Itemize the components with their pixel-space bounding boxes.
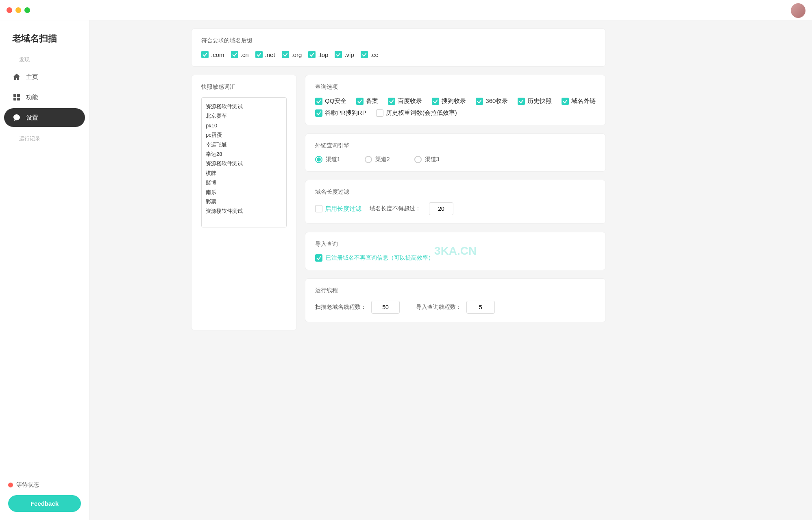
opt-qq[interactable]: QQ安全 xyxy=(315,97,346,105)
svg-rect-1 xyxy=(17,94,20,97)
channel3-label: 渠道3 xyxy=(425,156,440,163)
channel1-label: 渠道1 xyxy=(326,156,340,163)
threads-title: 运行线程 xyxy=(315,287,596,294)
opt-sogou-checkbox[interactable] xyxy=(432,98,439,105)
channel2-radio-circle[interactable] xyxy=(365,156,372,163)
suffix-net-label: .net xyxy=(265,51,275,58)
channel1-radio-inner xyxy=(317,157,321,162)
suffix-row: .com .cn .net .org xyxy=(201,51,596,58)
external-link-title: 外链查询引擎 xyxy=(315,142,596,149)
opt-snapshot-label: 历史快照 xyxy=(527,97,552,105)
threads-card: 运行线程 扫描老域名线程数： 导入查询线程数： xyxy=(305,278,606,322)
sidebar-item-features[interactable]: 功能 xyxy=(4,88,85,107)
feedback-button[interactable]: Feedback xyxy=(8,495,81,512)
maximize-button[interactable] xyxy=(24,7,30,13)
sidebar-item-home[interactable]: 主页 xyxy=(4,68,85,86)
sidebar: 老域名扫描 — 发现 主页 功能 设置 — 运行记录 等待状态 Feedback xyxy=(0,0,89,520)
suffix-cc-label: .cc xyxy=(370,51,378,58)
query-options-card: 查询选项 QQ安全 备案 百度收录 xyxy=(305,75,606,125)
channel3-radio[interactable]: 渠道3 xyxy=(414,156,440,163)
sidebar-item-home-label: 主页 xyxy=(26,73,38,81)
two-col-section: 快照敏感词汇 资源楼软件测试 北京赛车 pk10 pc蛋蛋 幸运飞艇 幸运28 … xyxy=(191,75,606,330)
suffix-top[interactable]: .top xyxy=(308,51,328,58)
query-options-row2: 谷歌PR搜狗RP 历史权重词数(会拉低效率) xyxy=(315,109,596,117)
right-col: 查询选项 QQ安全 备案 百度收录 xyxy=(305,75,606,330)
enable-length-filter-checkbox[interactable] xyxy=(315,205,322,212)
opt-extlink-checkbox[interactable] xyxy=(562,98,569,105)
suffix-cn[interactable]: .cn xyxy=(231,51,249,58)
import-thread-item: 导入查询线程数： xyxy=(416,301,495,314)
opt-history[interactable]: 历史权重词数(会拉低效率) xyxy=(376,109,457,117)
opt-snapshot-checkbox[interactable] xyxy=(518,98,525,105)
import-check-checkbox[interactable] xyxy=(315,254,322,262)
opt-360[interactable]: 360收录 xyxy=(476,97,508,105)
opt-extlink-label: 域名外链 xyxy=(571,97,596,105)
sensitive-card-title: 快照敏感词汇 xyxy=(201,83,287,91)
max-length-input[interactable] xyxy=(429,202,453,215)
channel2-radio[interactable]: 渠道2 xyxy=(365,156,390,163)
minimize-button[interactable] xyxy=(15,7,21,13)
suffix-net-checkbox[interactable] xyxy=(255,51,263,58)
suffix-org[interactable]: .org xyxy=(282,51,302,58)
opt-qq-label: QQ安全 xyxy=(325,97,346,105)
thread-row: 扫描老域名线程数： 导入查询线程数： xyxy=(315,301,596,314)
scan-thread-item: 扫描老域名线程数： xyxy=(315,301,400,314)
main-content: 符合要求的域名后缀 .com .cn .net xyxy=(89,0,618,520)
opt-sogou[interactable]: 搜狗收录 xyxy=(432,97,466,105)
opt-baidu-checkbox[interactable] xyxy=(388,98,395,105)
suffix-cc[interactable]: .cc xyxy=(361,51,378,58)
opt-google-label: 谷歌PR搜狗RP xyxy=(325,109,366,117)
opt-sogou-label: 搜狗收录 xyxy=(442,97,466,105)
sidebar-bottom: 等待状态 Feedback xyxy=(0,473,89,520)
avatar[interactable] xyxy=(791,3,805,18)
channel3-radio-circle[interactable] xyxy=(414,156,422,163)
opt-beian[interactable]: 备案 xyxy=(356,97,378,105)
sidebar-item-settings[interactable]: 设置 xyxy=(4,108,85,127)
scan-thread-label: 扫描老域名线程数： xyxy=(315,304,366,311)
opt-history-label: 历史权重词数(会拉低效率) xyxy=(386,109,457,117)
status-item: 等待状态 xyxy=(8,481,81,489)
opt-extlink[interactable]: 域名外链 xyxy=(562,97,596,105)
import-query-title: 导入查询 xyxy=(315,240,596,248)
opt-history-checkbox[interactable] xyxy=(376,109,383,117)
suffix-vip[interactable]: .vip xyxy=(335,51,354,58)
sensitive-card: 快照敏感词汇 资源楼软件测试 北京赛车 pk10 pc蛋蛋 幸运飞艇 幸运28 … xyxy=(191,75,297,330)
opt-snapshot[interactable]: 历史快照 xyxy=(518,97,552,105)
suffix-vip-checkbox[interactable] xyxy=(335,51,342,58)
grid-icon xyxy=(12,93,21,102)
opt-360-label: 360收录 xyxy=(485,97,508,105)
opt-qq-checkbox[interactable] xyxy=(315,98,322,105)
opt-google-checkbox[interactable] xyxy=(315,109,322,117)
import-thread-input[interactable] xyxy=(466,301,495,314)
query-options-title: 查询选项 xyxy=(315,83,596,91)
channel1-radio[interactable]: 渠道1 xyxy=(315,156,340,163)
suffix-com-checkbox[interactable] xyxy=(201,51,209,58)
opt-google[interactable]: 谷歌PR搜狗RP xyxy=(315,109,366,117)
svg-rect-2 xyxy=(13,98,16,101)
suffix-org-checkbox[interactable] xyxy=(282,51,289,58)
opt-baidu[interactable]: 百度收录 xyxy=(388,97,422,105)
suffix-com-label: .com xyxy=(211,51,224,58)
suffix-vip-label: .vip xyxy=(344,51,354,58)
close-button[interactable] xyxy=(7,7,12,13)
suffix-cn-label: .cn xyxy=(241,51,249,58)
status-dot xyxy=(8,483,13,487)
enable-length-filter-label: 启用长度过滤 xyxy=(325,205,361,213)
svg-rect-0 xyxy=(13,94,16,97)
suffix-cn-checkbox[interactable] xyxy=(231,51,238,58)
enable-length-filter[interactable]: 启用长度过滤 xyxy=(315,205,361,213)
sensitive-textarea[interactable]: 资源楼软件测试 北京赛车 pk10 pc蛋蛋 幸运飞艇 幸运28 资源楼软件测试… xyxy=(201,97,287,227)
scan-thread-input[interactable] xyxy=(371,301,400,314)
opt-beian-checkbox[interactable] xyxy=(356,98,364,105)
sidebar-item-settings-label: 设置 xyxy=(26,114,38,122)
channel1-radio-circle[interactable] xyxy=(315,156,322,163)
suffix-top-checkbox[interactable] xyxy=(308,51,316,58)
external-link-card: 外链查询引擎 渠道1 渠道2 渠道3 xyxy=(305,133,606,172)
suffix-card-title: 符合要求的域名后缀 xyxy=(201,37,596,44)
sidebar-title: 老域名扫描 xyxy=(0,24,89,49)
import-check[interactable]: 已注册域名不再查询信息（可以提高效率） xyxy=(315,254,596,262)
suffix-net[interactable]: .net xyxy=(255,51,275,58)
opt-360-checkbox[interactable] xyxy=(476,98,483,105)
suffix-com[interactable]: .com xyxy=(201,51,224,58)
suffix-cc-checkbox[interactable] xyxy=(361,51,368,58)
